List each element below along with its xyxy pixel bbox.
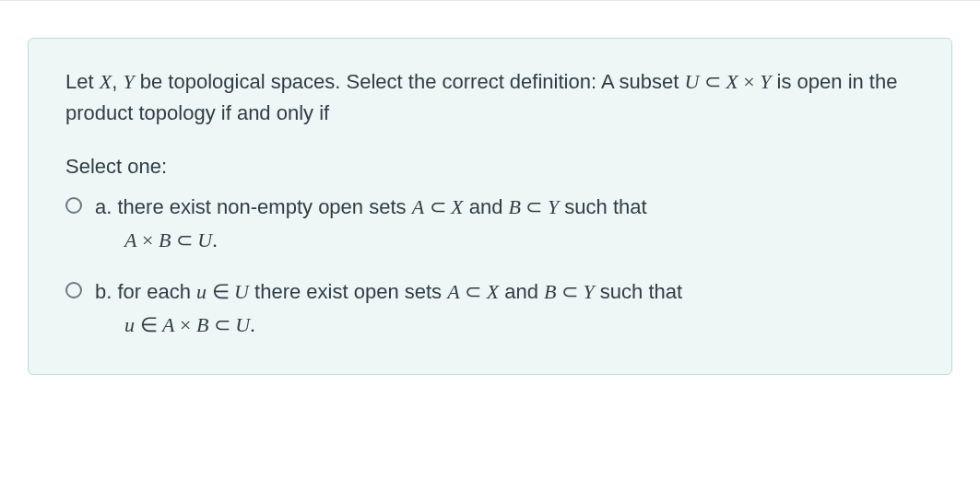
math-var-x: X [100, 70, 112, 93]
subset-op: ⊂ [171, 228, 197, 251]
dot: . [250, 313, 255, 336]
subset-op: ⊂ [521, 195, 548, 218]
math-var-b: B [509, 195, 521, 218]
math-var-x: X [487, 280, 499, 303]
text: Let [65, 70, 100, 93]
answer-a-text: a. there exist non-empty open sets A ⊂ X… [95, 192, 915, 256]
text: , [112, 70, 123, 93]
subset-op: ⊂ [460, 280, 487, 303]
math-var-b: B [196, 313, 208, 336]
text: and [499, 280, 544, 303]
text: such that [559, 195, 646, 218]
math-var-b: B [159, 228, 171, 251]
math-var-y: Y [548, 195, 559, 218]
option-label-b: b. [95, 280, 112, 303]
text: for each [112, 280, 196, 303]
math-var-u-small: u [124, 313, 135, 336]
times-op: × [174, 313, 195, 336]
math-var-u-small: u [196, 280, 207, 303]
answer-option-b: b. for each u ∈ U there exist open sets … [65, 276, 915, 341]
question-card: Let X, Y be topological spaces. Select t… [28, 38, 952, 375]
radio-a[interactable] [65, 197, 82, 214]
page: Let X, Y be topological spaces. Select t… [0, 0, 980, 491]
math-var-u: U [684, 70, 699, 93]
answer-a-line2: A × B ⊂ U. [95, 225, 915, 256]
text: be topological spaces. Select the correc… [135, 70, 685, 93]
math-var-x2: X [726, 70, 738, 93]
math-var-y: Y [123, 70, 134, 93]
text: there exist open sets [249, 280, 447, 303]
answer-b-text: b. for each u ∈ U there exist open sets … [95, 276, 915, 341]
math-var-y: Y [584, 280, 595, 303]
subset-op: ⊂ [424, 195, 451, 218]
radio-b[interactable] [65, 282, 82, 298]
math-var-a: A [124, 228, 136, 251]
text: there exist non-empty open sets [112, 195, 411, 218]
math-var-u: U [197, 228, 212, 251]
text: and [464, 195, 509, 218]
times-op: × [738, 70, 760, 93]
math-var-y2: Y [760, 70, 771, 93]
times-op: × [136, 228, 158, 251]
subset-op: ⊂ [557, 280, 584, 303]
math-var-a: A [412, 195, 424, 218]
answer-option-a: a. there exist non-empty open sets A ⊂ X… [65, 192, 915, 256]
in-op: ∈ [135, 313, 162, 336]
option-label-a: a. [95, 195, 112, 218]
question-text: Let X, Y be topological spaces. Select t… [65, 66, 915, 129]
math-var-a: A [447, 280, 459, 303]
math-var-u: U [234, 280, 249, 303]
math-var-a: A [162, 313, 174, 336]
subset-op: ⊂ [208, 313, 235, 336]
dot: . [212, 228, 218, 251]
select-one-prompt: Select one: [65, 155, 915, 179]
subset-op: ⊂ [699, 70, 726, 93]
math-var-x: X [451, 195, 463, 218]
answer-list: a. there exist non-empty open sets A ⊂ X… [65, 192, 915, 341]
text: such that [595, 280, 682, 303]
math-var-u: U [235, 313, 250, 336]
answer-b-line2: u ∈ A × B ⊂ U. [95, 310, 915, 341]
math-var-b: B [544, 280, 556, 303]
in-op: ∈ [207, 280, 234, 303]
